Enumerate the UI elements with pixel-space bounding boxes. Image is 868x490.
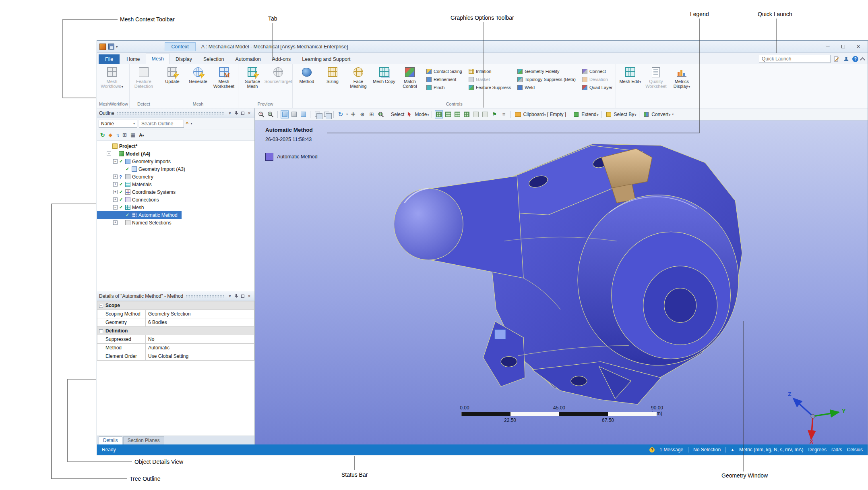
tab-section-planes[interactable]: Section Planes <box>123 436 164 444</box>
method-button[interactable]: Method <box>294 65 320 84</box>
mesh-workflows-button[interactable]: Mesh Workflows▾ <box>99 65 125 89</box>
status-messages[interactable]: 1 Message <box>659 447 683 453</box>
details-pin-icon[interactable] <box>233 293 240 299</box>
mode-dropdown[interactable]: Mode▾ <box>415 112 429 117</box>
alphabetize-icon[interactable]: A▾ <box>139 133 144 137</box>
clipboard-icon[interactable] <box>514 110 522 118</box>
adjacent-select-icon[interactable]: ⚑ <box>490 110 498 118</box>
mesh-worksheet-button[interactable]: M Mesh Worksheet <box>211 65 237 89</box>
status-temperature-unit[interactable]: Celsius <box>847 447 863 453</box>
next-view-icon[interactable] <box>322 110 331 118</box>
tab-automation[interactable]: Automation <box>230 54 267 64</box>
refinement-button[interactable]: Refinement <box>425 75 463 83</box>
connections-expander[interactable]: + <box>113 197 118 202</box>
details-value[interactable]: Automatic <box>146 344 254 352</box>
source-target-button[interactable]: Source/Target <box>265 65 291 84</box>
geometry-window[interactable]: Automatic Method 26-03-2025 11:58:43 Aut… <box>255 120 868 444</box>
outline-pin-icon[interactable] <box>233 110 240 116</box>
tree-item-geometry[interactable]: +? Geometry <box>97 173 254 181</box>
close-button[interactable]: × <box>851 43 865 51</box>
help-icon[interactable]: ? <box>852 56 858 62</box>
pan-icon[interactable]: ✛ <box>349 110 357 118</box>
tab-display[interactable]: Display <box>170 54 198 64</box>
tree-item-mesh[interactable]: −✓ Mesh <box>97 203 254 211</box>
sort-icon[interactable]: ↑↓ <box>116 133 119 137</box>
tab-details[interactable]: Details <box>99 436 122 444</box>
update-button[interactable]: Update <box>159 65 185 84</box>
topology-suppress-button[interactable]: Topology Suppress (Beta) <box>516 75 577 83</box>
zoom-tool-icon[interactable]: ⊕ <box>358 110 366 118</box>
tree-item-project[interactable]: Project* <box>97 142 254 150</box>
outline-float-icon[interactable] <box>240 110 246 116</box>
surface-mesh-button[interactable]: Surface Mesh <box>240 65 265 89</box>
outline-filter-dropdown[interactable]: Name▾ <box>99 120 137 128</box>
context-tab[interactable]: Context <box>165 42 196 51</box>
model-expander[interactable]: − <box>107 152 111 156</box>
sizing-button[interactable]: Sizing <box>320 65 345 84</box>
tab-add-ons[interactable]: Add-ons <box>267 54 297 64</box>
tree-item-coordinate-systems[interactable]: +✓ Coordinate Systems <box>97 188 254 196</box>
tree-item-materials[interactable]: +✓ Materials <box>97 181 254 188</box>
tree-item-geometry-import-a3[interactable]: ✓ Geometry Import (A3) <box>97 165 254 173</box>
quick-access-caret-icon[interactable]: ▾ <box>116 45 118 49</box>
feedback-icon[interactable] <box>833 55 840 62</box>
node-filter-icon[interactable] <box>472 110 480 118</box>
outline-menu-caret-icon[interactable]: ▾ <box>227 110 233 116</box>
tab-learning-and-support[interactable]: Learning and Support <box>296 54 356 64</box>
tab-selection[interactable]: Selection <box>198 54 229 64</box>
convert-dropdown[interactable]: Convert▾ <box>651 112 670 117</box>
quick-launch-input[interactable] <box>759 55 831 63</box>
fit-icon[interactable] <box>377 110 385 118</box>
select-mode-single-icon[interactable] <box>290 110 298 118</box>
details-close-icon[interactable]: × <box>246 293 252 299</box>
expand-all-icon[interactable]: ⊞ <box>122 132 127 138</box>
status-unit-system[interactable]: Metric (mm, kg, N, s, mV, mA) <box>739 447 804 453</box>
geometry-imports-expander[interactable]: − <box>113 159 118 164</box>
tree-item-automatic-method[interactable]: ✓ Automatic Method <box>97 211 182 219</box>
quad-layer-button[interactable]: Quad Layer <box>581 83 614 91</box>
show-panes-icon[interactable]: ▦ <box>130 132 135 138</box>
element-filter-icon[interactable] <box>481 110 489 118</box>
feature-suppress-button[interactable]: Feature Suppress <box>467 83 512 91</box>
mesh-expander[interactable]: − <box>113 205 118 210</box>
collapse-ribbon-icon[interactable] <box>860 57 865 62</box>
materials-expander[interactable]: + <box>113 182 118 187</box>
weld-button[interactable]: Weld <box>516 83 577 91</box>
connect-button[interactable]: Connect <box>581 67 614 75</box>
section-collapse-icon[interactable]: − <box>99 329 103 333</box>
contact-sizing-button[interactable]: Contact Sizing <box>425 67 463 75</box>
tree-item-connections[interactable]: +✓ Connections <box>97 196 254 203</box>
rotate-caret-icon[interactable]: ▾ <box>346 112 348 116</box>
depth-pick-icon[interactable]: ≡ <box>500 110 508 118</box>
tab-mesh[interactable]: Mesh <box>146 54 170 64</box>
details-section-definition[interactable]: −Definition <box>97 327 254 335</box>
details-section-scope[interactable]: −Scope <box>97 301 254 310</box>
clear-data-icon[interactable]: ◆ <box>109 132 112 138</box>
tab-home[interactable]: Home <box>121 54 145 64</box>
details-value[interactable]: Geometry Selection <box>146 310 254 318</box>
gasket-button[interactable]: Gasket <box>467 75 512 83</box>
clipboard-dropdown[interactable]: Clipboard▾ <box>523 112 546 117</box>
units-caret-icon[interactable]: ▲ <box>731 448 734 452</box>
mesh-copy-button[interactable]: Mesh Copy <box>371 65 397 84</box>
convert-icon[interactable] <box>642 110 650 118</box>
face-filter-icon[interactable] <box>453 110 461 118</box>
tree-item-named-selections[interactable]: + Named Selections <box>97 219 254 226</box>
extend-icon[interactable] <box>572 110 580 118</box>
section-collapse-icon[interactable]: − <box>99 304 103 308</box>
cursor-icon[interactable] <box>405 110 413 118</box>
geometry-fidelity-button[interactable]: Geometry Fidelity <box>516 67 577 75</box>
body-filter-icon[interactable] <box>463 110 471 118</box>
box-zoom-icon[interactable]: ⊞ <box>368 110 376 118</box>
outline-close-icon[interactable]: × <box>246 110 252 116</box>
coordinate-systems-expander[interactable]: + <box>113 190 118 194</box>
inflation-button[interactable]: Inflation <box>467 67 512 75</box>
search-expand-icon[interactable]: ^ <box>186 120 189 127</box>
metrics-display-button[interactable]: Metrics Display▾ <box>669 65 694 89</box>
previous-view-icon[interactable] <box>313 110 321 118</box>
details-value[interactable]: Use Global Setting <box>146 352 254 361</box>
face-meshing-button[interactable]: Face Meshing <box>345 65 371 89</box>
select-by-dropdown[interactable]: Select By▾ <box>614 112 637 117</box>
mesh-edit-button[interactable]: Mesh Edit▾ <box>617 65 643 85</box>
quality-worksheet-button[interactable]: Quality Worksheet <box>643 65 669 89</box>
